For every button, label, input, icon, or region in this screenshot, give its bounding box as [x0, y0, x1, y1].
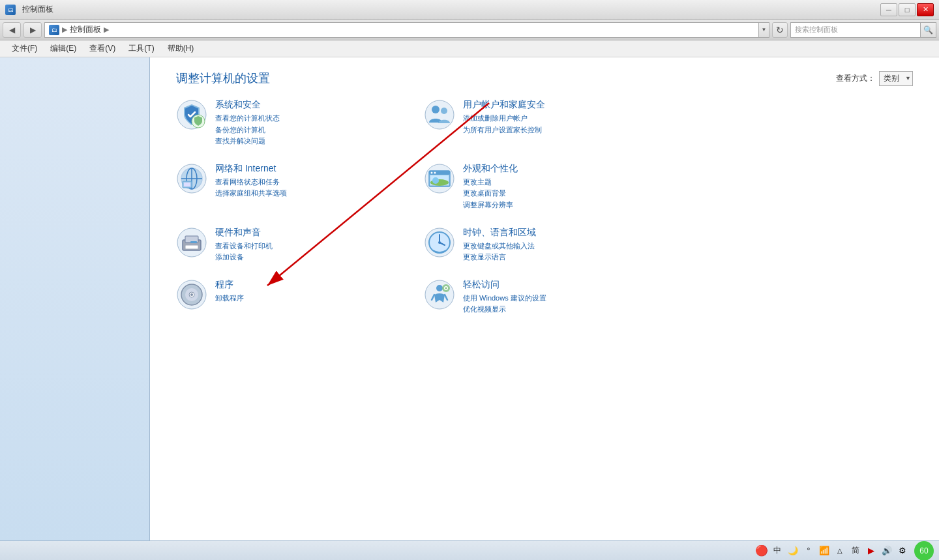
svg-rect-11	[184, 183, 190, 186]
tray-green-circle: 60	[914, 541, 934, 561]
taskbar-icons: 🔴 中 🌙 ° 📶 △ 简 ▶ 🔊 ⚙ 60	[755, 541, 934, 561]
window-icon: 🗂	[5, 5, 16, 15]
cp-item-programs[interactable]: 程序 卸载程序	[176, 279, 385, 316]
ease-sub1[interactable]: 优化视频显示	[463, 304, 546, 316]
hardware-title[interactable]: 硬件和声音	[215, 227, 273, 239]
programs-icon	[176, 279, 207, 310]
cp-item-hardware[interactable]: 硬件和声音 查看设备和打印机 添加设备	[176, 227, 385, 263]
svg-point-36	[436, 285, 443, 291]
network-icon	[176, 163, 207, 194]
appearance-sub1[interactable]: 更改桌面背景	[463, 188, 518, 199]
tray-icon-wave[interactable]: °	[802, 544, 815, 557]
view-mode-selector[interactable]: 类别 ▼	[879, 71, 913, 86]
ease-text: 轻松访问 使用 Windows 建议的设置 优化视频显示	[463, 279, 546, 316]
security-sub1[interactable]: 备份您的计算机	[215, 125, 280, 136]
clock-icon	[424, 227, 455, 258]
hardware-sub1[interactable]: 添加设备	[215, 252, 273, 263]
ease-title[interactable]: 轻松访问	[463, 279, 546, 291]
minimize-button[interactable]: ─	[880, 3, 897, 16]
network-sub1[interactable]: 选择家庭组和共享选项	[215, 188, 287, 199]
appearance-sub0[interactable]: 更改主题	[463, 177, 518, 188]
menu-edit[interactable]: 编辑(E)	[44, 42, 83, 55]
tray-icon-gear[interactable]: ⚙	[896, 544, 909, 557]
appearance-sub2[interactable]: 调整屏幕分辨率	[463, 199, 518, 211]
tray-icon-zh[interactable]: 中	[771, 544, 784, 557]
title-bar: 🗂 控制面板 ─ □ ✕	[0, 0, 939, 20]
menu-file[interactable]: 文件(F)	[5, 42, 44, 55]
search-placeholder: 搜索控制面板	[795, 25, 838, 35]
main-panel: 调整计算机的设置 查看方式： 类别 ▼	[150, 57, 939, 540]
svg-point-3	[432, 106, 440, 113]
menu-help[interactable]: 帮助(H)	[161, 42, 201, 55]
close-button[interactable]: ✕	[917, 3, 934, 16]
svg-point-34	[190, 293, 193, 296]
status-bar: 🔴 中 🌙 ° 📶 △ 简 ▶ 🔊 ⚙ 60	[0, 540, 939, 560]
clock-sub0[interactable]: 更改键盘或其他输入法	[463, 241, 536, 252]
hardware-sub0[interactable]: 查看设备和打印机	[215, 241, 273, 252]
security-text: 系统和安全 查看您的计算机状态 备份您的计算机 查找并解决问题	[215, 99, 280, 147]
tray-icon-play[interactable]: ▶	[865, 544, 878, 557]
maximize-button[interactable]: □	[899, 3, 916, 16]
path-arrow2: ▶	[104, 25, 109, 34]
cp-item-network[interactable]: 网络和 Internet 查看网络状态和任务 选择家庭组和共享选项	[176, 163, 385, 211]
svg-point-39	[445, 287, 447, 289]
content-area: 调整计算机的设置 查看方式： 类别 ▼	[0, 57, 939, 540]
cp-item-security[interactable]: 系统和安全 查看您的计算机状态 备份您的计算机 查找并解决问题	[176, 99, 385, 147]
appearance-title[interactable]: 外观和个性化	[463, 163, 518, 175]
path-icon: 🗂	[49, 25, 59, 35]
clock-text: 时钟、语言和区域 更改键盘或其他输入法 更改显示语言	[463, 227, 536, 263]
address-dropdown[interactable]: ▼	[759, 22, 769, 38]
programs-title[interactable]: 程序	[215, 279, 244, 291]
window-title: 控制面板	[22, 4, 53, 15]
page-title-bar: 调整计算机的设置 查看方式： 类别 ▼	[176, 70, 913, 86]
security-icon	[176, 99, 207, 130]
forward-button[interactable]: ▶	[23, 22, 42, 38]
tray-icon-speaker[interactable]: 🔊	[880, 544, 893, 557]
tray-icon-network[interactable]: 📶	[818, 544, 831, 557]
view-mode: 查看方式： 类别 ▼	[836, 71, 913, 86]
ease-sub0[interactable]: 使用 Windows 建议的设置	[463, 293, 546, 304]
menu-tools[interactable]: 工具(T)	[122, 42, 160, 55]
cp-item-ease[interactable]: 轻松访问 使用 Windows 建议的设置 优化视频显示	[424, 279, 633, 316]
svg-point-19	[432, 177, 439, 184]
search-input[interactable]: 搜索控制面板	[790, 22, 921, 38]
tray-icon-moon[interactable]: 🌙	[786, 544, 799, 557]
address-bar: ◀ ▶ 🗂 ▶ 控制面板 ▶ ▼ ↻ 搜索控制面板 🔍	[0, 20, 939, 40]
hardware-icon	[176, 227, 207, 258]
security-sub2[interactable]: 查找并解决问题	[215, 136, 280, 147]
page-title: 调整计算机的设置	[176, 70, 270, 86]
cp-item-clock[interactable]: 时钟、语言和区域 更改键盘或其他输入法 更改显示语言	[424, 227, 633, 263]
refresh-button[interactable]: ↻	[772, 22, 788, 38]
user-sub1[interactable]: 为所有用户设置家长控制	[463, 125, 545, 136]
cp-item-user[interactable]: 用户帐户和家庭安全 添加或删除用户帐户 为所有用户设置家长控制	[424, 99, 633, 147]
cp-item-appearance[interactable]: 外观和个性化 更改主题 更改桌面背景 调整屏幕分辨率	[424, 163, 633, 211]
path-separator: ▶	[62, 25, 67, 34]
clock-title[interactable]: 时钟、语言和区域	[463, 227, 536, 239]
ease-icon	[424, 279, 455, 310]
title-bar-controls[interactable]: ─ □ ✕	[880, 3, 934, 16]
clock-sub1[interactable]: 更改显示语言	[463, 252, 536, 263]
network-sub0[interactable]: 查看网络状态和任务	[215, 177, 287, 188]
title-bar-left: 🗂 控制面板	[5, 4, 53, 15]
security-sub0[interactable]: 查看您的计算机状态	[215, 113, 280, 125]
user-sub0[interactable]: 添加或删除用户帐户	[463, 113, 545, 125]
tray-icon-0[interactable]: 🔴	[755, 544, 768, 557]
security-title[interactable]: 系统和安全	[215, 99, 280, 111]
back-button[interactable]: ◀	[3, 22, 21, 38]
programs-sub0[interactable]: 卸载程序	[215, 293, 244, 304]
view-mode-label: 查看方式：	[836, 73, 875, 84]
tray-icon-triangle[interactable]: △	[833, 544, 846, 557]
menu-view[interactable]: 查看(V)	[83, 42, 122, 55]
tray-icon-jian[interactable]: 简	[849, 544, 862, 557]
network-title[interactable]: 网络和 Internet	[215, 163, 287, 175]
svg-point-2	[425, 100, 454, 129]
address-path[interactable]: 🗂 ▶ 控制面板 ▶	[44, 22, 759, 38]
user-title[interactable]: 用户帐户和家庭安全	[463, 99, 545, 111]
search-button[interactable]: 🔍	[921, 22, 936, 38]
svg-point-4	[441, 108, 447, 114]
user-text: 用户帐户和家庭安全 添加或删除用户帐户 为所有用户设置家长控制	[463, 99, 545, 136]
svg-rect-23	[185, 245, 198, 249]
svg-rect-24	[190, 241, 197, 243]
search-container: 搜索控制面板 🔍	[790, 22, 936, 38]
programs-text: 程序 卸载程序	[215, 279, 244, 304]
